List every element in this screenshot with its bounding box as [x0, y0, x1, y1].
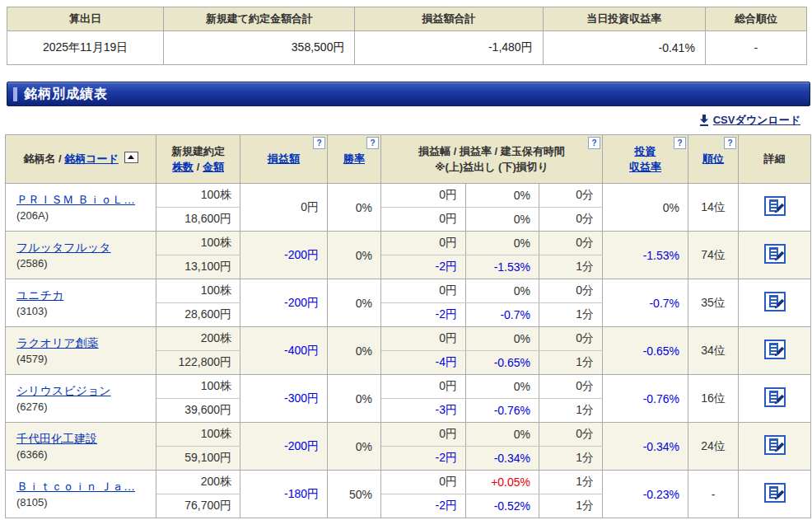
csv-download-label: CSVダウンロード	[713, 113, 800, 128]
sort-by-rank-link[interactable]: 順位	[702, 152, 724, 165]
sort-by-return-link2[interactable]: 収益率	[629, 161, 661, 173]
stock-name-cell: ＰＲＩＳＭ ＢｉｏＬ…(206A)	[6, 184, 156, 232]
pl-width-top-cell: 0円	[381, 279, 466, 303]
sort-asc-icon[interactable]	[124, 152, 138, 163]
return-rate-cell: -0.7%	[603, 279, 688, 327]
pl-width-top-cell: 0円	[381, 232, 466, 255]
sort-by-pl-link[interactable]: 損益額	[268, 152, 300, 165]
sort-by-code-link[interactable]: 銘柄コード	[64, 152, 119, 165]
detail-icon[interactable]	[764, 483, 786, 503]
sort-by-shares-link[interactable]: 株数	[172, 161, 194, 173]
stock-code: (6366)	[16, 448, 151, 461]
section-bar: 銘柄別成績表	[7, 82, 810, 106]
stock-name-link[interactable]: ＰＲＩＳＭ ＢｉｏＬ…	[16, 193, 135, 208]
summary-date: 2025年11月19日	[7, 31, 164, 65]
stock-name-cell: 千代田化工建設(6366)	[6, 423, 156, 471]
stock-name-cell: ユニチカ(3103)	[6, 279, 156, 327]
win-rate-cell: 0%	[328, 423, 381, 471]
sort-by-win-rate-link[interactable]: 勝率	[343, 152, 365, 165]
stock-name-link[interactable]: 千代田化工建設	[16, 432, 97, 447]
daily-summary-table: 算出日 新規建て約定金額合計 損益額合計 当日投資収益率 総合順位 2025年1…	[7, 7, 807, 65]
summary-header-row: 算出日 新規建て約定金額合計 損益額合計 当日投資収益率 総合順位	[7, 7, 807, 31]
help-icon-return-rate[interactable]: ?	[674, 137, 686, 149]
amount-cell: 28,600円	[156, 303, 240, 327]
hold-time-top-cell: 0分	[539, 423, 603, 447]
pl-amount-cell: -180円	[240, 471, 328, 518]
hold-time-bottom-cell: 1分	[539, 255, 603, 279]
pl-rate-bottom-cell: -0.76%	[466, 399, 539, 423]
sort-by-amount-link[interactable]: 金額	[203, 161, 224, 173]
triangle-up-icon	[128, 155, 134, 159]
hold-time-bottom-cell: 1分	[539, 351, 603, 375]
detail-icon[interactable]	[764, 196, 786, 216]
help-icon-rank[interactable]: ?	[724, 137, 736, 149]
win-rate-cell: 0%	[328, 232, 381, 279]
return-rate-cell: -0.65%	[603, 327, 688, 375]
detail-icon[interactable]	[764, 340, 786, 359]
hold-time-bottom-cell: 1分	[539, 303, 603, 327]
name-header-sep: /	[58, 152, 62, 165]
detail-cell	[739, 423, 811, 471]
detail-cell	[739, 279, 811, 327]
stock-row: フルッタフルッタ(2586)100株-200円0%0円0%0分-1.53%74位	[6, 232, 811, 255]
detail-icon[interactable]	[764, 435, 786, 455]
summary-daily-return: -0.41%	[543, 31, 705, 65]
stock-name-link[interactable]: ユニチカ	[16, 288, 63, 303]
win-rate-cell: 50%	[328, 471, 381, 518]
detail-icon[interactable]	[764, 244, 786, 264]
hold-time-top-cell: 1分	[539, 471, 603, 494]
col-header-return-rate: ? 投資 収益率	[603, 135, 688, 184]
stock-code: (8105)	[16, 496, 151, 508]
csv-download-icon	[699, 115, 709, 126]
shares-cell: 200株	[156, 327, 240, 351]
new-open-sep: /	[197, 161, 200, 173]
csv-download-link[interactable]: CSVダウンロード	[699, 113, 800, 128]
pl-width-top-cell: 0円	[381, 327, 466, 351]
detail-cell	[739, 327, 811, 375]
pl-amount-cell: 0円	[240, 184, 328, 232]
shares-cell: 100株	[156, 279, 240, 303]
page: 算出日 新規建て約定金額合計 損益額合計 当日投資収益率 総合順位 2025年1…	[0, 0, 812, 518]
section-title: 銘柄別成績表	[24, 86, 108, 103]
pl-width-bottom-cell: -2円	[381, 303, 466, 327]
stocks-tbody: ＰＲＩＳＭ ＢｉｏＬ…(206A)100株0円0%0円0%0分0%14位18,6…	[6, 184, 811, 518]
stock-row: ユニチカ(3103)100株-200円0%0円0%0分-0.7%35位	[6, 279, 811, 303]
pl-width-bottom-cell: -2円	[381, 255, 466, 279]
stock-name-cell: シリウスビジョン(6276)	[6, 375, 156, 423]
shares-cell: 100株	[156, 423, 240, 447]
hold-time-bottom-cell: 1分	[539, 399, 603, 423]
rank-cell: -	[688, 471, 739, 518]
amount-cell: 122,800円	[156, 351, 240, 375]
pl-width-top-cell: 0円	[381, 184, 466, 208]
detail-icon[interactable]	[764, 292, 786, 312]
stock-name-link[interactable]: フルッタフルッタ	[16, 241, 111, 255]
detail-icon[interactable]	[764, 387, 786, 407]
stock-name-link[interactable]: ラクオリア創薬	[16, 336, 99, 351]
pl-range-line2: ※(上)益出し (下)損切り	[385, 159, 599, 176]
col-header-pl-range: ? 損益幅 / 損益率 / 建玉保有時間 ※(上)益出し (下)損切り	[381, 135, 603, 184]
col-header-detail: 詳細	[739, 135, 811, 184]
sort-by-return-link[interactable]: 投資	[635, 145, 656, 157]
detail-cell	[739, 471, 811, 518]
help-icon-pl[interactable]: ?	[313, 137, 325, 149]
pl-rate-top-cell: +0.05%	[466, 471, 539, 494]
amount-cell: 18,600円	[156, 208, 240, 232]
stock-name-link[interactable]: Ｂｉｔｃｏｉｎ Ｊａ…	[16, 480, 135, 494]
help-icon-pl-range[interactable]: ?	[588, 137, 600, 149]
csv-download-row: CSVダウンロード	[5, 106, 805, 134]
pl-rate-top-cell: 0%	[466, 423, 539, 447]
stock-code: (3103)	[16, 305, 151, 317]
pl-amount-cell: -200円	[240, 279, 328, 327]
help-icon-win-rate[interactable]: ?	[366, 137, 379, 149]
stock-name-link[interactable]: シリウスビジョン	[16, 384, 111, 399]
pl-amount-cell: -300円	[240, 375, 328, 423]
hold-time-top-cell: 0分	[539, 279, 603, 303]
pl-width-bottom-cell: -3円	[381, 399, 466, 423]
stock-code: (206A)	[16, 209, 151, 222]
pl-rate-top-cell: 0%	[466, 327, 539, 351]
hold-time-top-cell: 0分	[539, 232, 603, 255]
pl-amount-cell: -200円	[240, 423, 328, 471]
stocks-table: 銘柄名 / 銘柄コード 新規建約定 株数 / 金額 ? 損益額	[5, 134, 811, 518]
pl-width-top-cell: 0円	[381, 471, 466, 494]
rank-cell: 14位	[688, 184, 739, 232]
